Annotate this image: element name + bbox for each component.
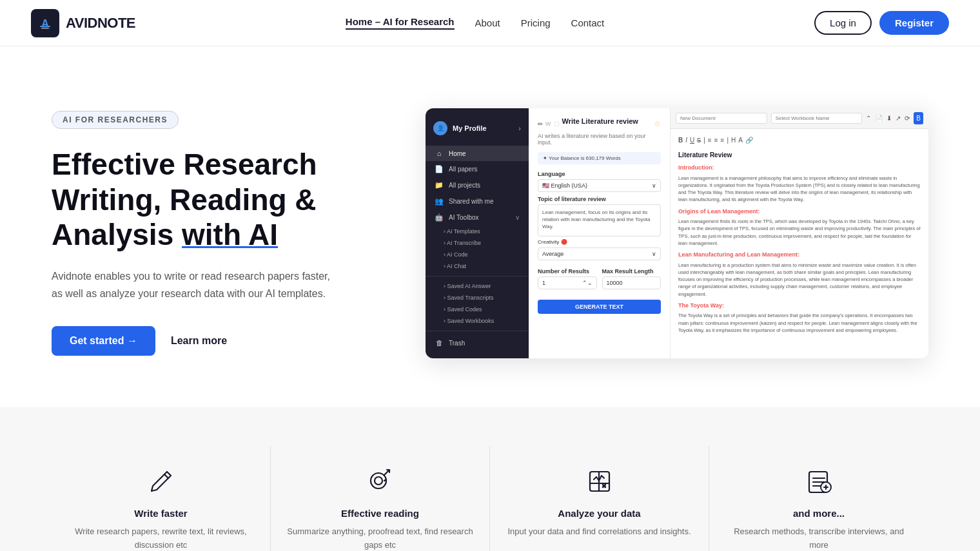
doc-icon-1[interactable]: ⌃ xyxy=(866,113,871,123)
mockup-language-label: Language xyxy=(538,171,661,177)
mockup-sub-chat[interactable]: › AI Chat xyxy=(426,260,529,272)
logo[interactable]: A AVIDNOTE xyxy=(31,9,135,37)
mockup-trash[interactable]: 🗑 Trash xyxy=(426,335,529,351)
feature-reading-title: Effective reading xyxy=(286,508,474,519)
fmt-h2[interactable]: A xyxy=(738,135,743,145)
mockup-nav-papers[interactable]: 📄 All papers xyxy=(426,161,529,177)
feature-write: Write faster Write research papers, rewr… xyxy=(52,446,271,551)
mockup-doc-title-input[interactable] xyxy=(676,113,767,124)
doc-icon-4[interactable]: ↗ xyxy=(896,113,901,123)
doc-icon-2[interactable]: 📄 xyxy=(875,113,883,123)
mockup-language-value: 🇺🇸 English (USA) xyxy=(542,182,587,189)
fmt-sep2: | xyxy=(727,135,729,145)
feature-reading-desc: Summarize anything, proofread text, find… xyxy=(286,525,474,551)
mockup-nav-papers-label: All papers xyxy=(449,166,477,173)
mockup-length-input[interactable]: 10000 xyxy=(602,276,662,289)
login-button[interactable]: Log in xyxy=(814,11,872,35)
mockup-saved-transcripts[interactable]: › Saved Transcripts xyxy=(426,292,529,304)
mockup-creativity-select[interactable]: Average ∨ xyxy=(538,247,661,260)
svg-rect-2 xyxy=(40,26,50,27)
mockup-nav-shared[interactable]: 👥 Shared with me xyxy=(426,193,529,209)
hero-title-line2: Writing, Reading & xyxy=(52,183,317,217)
mockup-results-input[interactable]: 1 ⌃⌄ xyxy=(538,276,597,289)
mockup-panel-title: Write Literature review xyxy=(562,117,638,125)
nav-home[interactable]: Home – AI for Research xyxy=(346,16,455,30)
chevron-up-down-icon: ⌃⌄ xyxy=(582,280,593,286)
chart-icon xyxy=(505,467,693,496)
doc-icon-3[interactable]: ⬇ xyxy=(887,113,892,123)
mockup-language-select[interactable]: 🇺🇸 English (USA) ∨ xyxy=(538,179,661,192)
mockup-intro-text: Lean management is a management philosop… xyxy=(678,175,921,204)
mockup-saved-answer[interactable]: › Saved AI Answer xyxy=(426,280,529,292)
get-started-button[interactable]: Get started → xyxy=(52,326,155,356)
svg-text:A: A xyxy=(41,18,49,29)
fmt-underline[interactable]: U xyxy=(690,135,694,145)
mockup-origins-heading: Origins of Lean Management: xyxy=(678,208,921,217)
mockup-results-label: Number of Results xyxy=(538,268,597,275)
mockup-results-row: Number of Results 1 ⌃⌄ Max Result Length… xyxy=(538,264,661,293)
nav-about[interactable]: About xyxy=(475,17,500,28)
nav-pricing[interactable]: Pricing xyxy=(521,17,551,28)
doc-icon-6[interactable]: B xyxy=(914,112,923,124)
mockup-doc-heading: Literature Review xyxy=(678,150,921,160)
mockup-sub-transcribe[interactable]: › AI Transcribe xyxy=(426,237,529,249)
nav-actions: Log in Register xyxy=(814,11,949,35)
mockup-sub-code[interactable]: › AI Code xyxy=(426,249,529,260)
mockup-sub-templates[interactable]: › AI Templates xyxy=(426,226,529,237)
feature-reading: Effective reading Summarize anything, pr… xyxy=(271,446,490,551)
mockup-nav-home[interactable]: ⌂ Home xyxy=(426,146,529,161)
hero-buttons: Get started → Learn more xyxy=(52,326,335,356)
fmt-bold[interactable]: B xyxy=(678,135,683,145)
mockup-sidebar: 👤 My Profile › ⌂ Home 📄 All papers 📁 All… xyxy=(426,108,529,358)
chevron-down-icon-2: ∨ xyxy=(652,251,656,257)
feature-analyze-title: Analyze your data xyxy=(505,508,693,519)
mockup-nav-toolbox[interactable]: 🤖 AI Toolbox ∨ xyxy=(426,209,529,226)
mockup-creativity-label: Creativity 🔴 xyxy=(538,239,567,245)
pencil-icon xyxy=(67,467,255,496)
target-icon xyxy=(286,467,474,496)
nav-contact[interactable]: Contact xyxy=(571,17,605,28)
shared-icon: 👥 xyxy=(435,197,444,206)
svg-point-5 xyxy=(375,477,382,485)
mockup-saved-workbooks[interactable]: › Saved Workbooks xyxy=(426,315,529,327)
fmt-link[interactable]: 🔗 xyxy=(745,135,753,145)
mockup-nav-projects[interactable]: 📁 All projects xyxy=(426,177,529,193)
fmt-strikethrough[interactable]: S̶ xyxy=(697,135,701,145)
mockup-creativity-value: Average xyxy=(542,251,564,257)
mockup-main: ✏ W ⬚ Write Literature review ☆ AI write… xyxy=(529,108,928,358)
mockup-profile: 👤 My Profile › xyxy=(426,116,529,146)
mockup-generate-button[interactable]: GENERATE TEXT xyxy=(538,300,661,314)
mockup-format-bar: B I U S̶ | ≡ ≡ ≡ | H A 🔗 xyxy=(678,135,921,145)
mockup-nav-toolbox-label: AI Toolbox xyxy=(449,214,479,221)
fmt-h1[interactable]: H xyxy=(731,135,736,145)
feature-analyze: Analyze your data Input your data and fi… xyxy=(490,446,709,551)
feature-analyze-desc: Input your data and find correlations an… xyxy=(505,525,693,539)
svg-rect-3 xyxy=(41,28,49,29)
mockup-saved-codes[interactable]: › Saved Codes xyxy=(426,304,529,315)
fmt-align-l[interactable]: ≡ xyxy=(708,135,712,145)
register-button[interactable]: Register xyxy=(879,11,949,35)
mockup-nav-projects-label: All projects xyxy=(449,182,480,189)
mockup-creativity-row: Creativity 🔴 xyxy=(538,239,661,245)
features-section: Write faster Write research papers, rewr… xyxy=(0,407,980,551)
mockup-doc-toolbar: ⌃ 📄 ⬇ ↗ ⟳ B xyxy=(671,108,928,129)
projects-icon: 📁 xyxy=(435,181,444,189)
logo-text: AVIDNOTE xyxy=(66,15,135,32)
doc-icon-5[interactable]: ⟳ xyxy=(905,113,910,123)
mockup-word-count: ✦ Your Balance is 630,179 Words xyxy=(538,152,661,164)
mockup-workbook-select[interactable] xyxy=(771,113,863,124)
fmt-sep: | xyxy=(703,135,705,145)
mockup-length-label: Max Result Length xyxy=(602,268,662,275)
mockup-form-panel: ✏ W ⬚ Write Literature review ☆ AI write… xyxy=(529,108,671,358)
mockup-avatar: 👤 xyxy=(433,121,447,135)
fmt-italic[interactable]: I xyxy=(685,135,687,145)
mockup-lean-text: Lean manufacturing is a production syste… xyxy=(678,262,921,298)
feature-write-desc: Write research papers, rewrite text, lit… xyxy=(67,525,255,551)
fmt-align-c[interactable]: ≡ xyxy=(714,135,718,145)
mockup-topic-textarea[interactable]: Lean management, focus on its origins an… xyxy=(538,204,661,237)
papers-icon: 📄 xyxy=(435,165,444,173)
mockup-intro-heading: Introduction: xyxy=(678,164,921,173)
learn-more-button[interactable]: Learn more xyxy=(171,335,227,347)
fmt-align-r[interactable]: ≡ xyxy=(721,135,725,145)
hero-title-line3-plain: Analysis xyxy=(52,218,182,251)
